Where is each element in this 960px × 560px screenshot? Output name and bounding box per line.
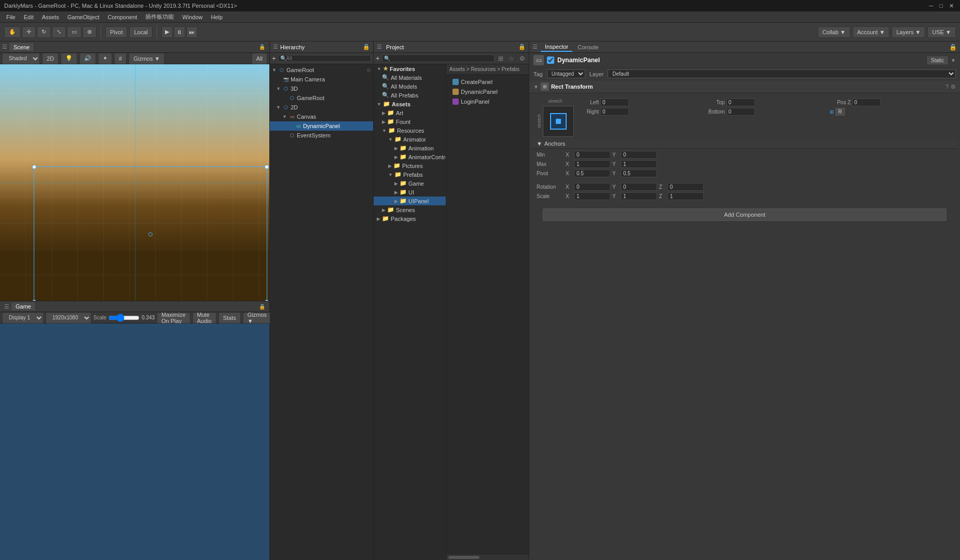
menu-assets[interactable]: Assets [38, 13, 63, 21]
tool-hand[interactable]: ✋ [4, 26, 21, 38]
project-uipanel[interactable]: ▶ 📁 UIPanel [374, 197, 446, 205]
2d-mode-btn[interactable]: 2D [42, 53, 59, 64]
rt-right-input[interactable] [600, 108, 629, 116]
anchor-max-y-input[interactable] [621, 160, 657, 168]
project-art[interactable]: ▶ 📁 Art [374, 108, 446, 117]
scene-fx-btn[interactable]: ✦ [98, 53, 112, 64]
scale-z-input[interactable] [667, 192, 704, 200]
game-gizmos-btn[interactable]: Gizmos ▼ [243, 312, 271, 324]
inspector-enabled-checkbox[interactable] [547, 57, 554, 64]
anchor-pivot-x-input[interactable] [574, 170, 610, 177]
project-settings-icon[interactable]: ⚙ [518, 55, 527, 62]
rt-top-input[interactable] [726, 99, 755, 106]
layer-select[interactable]: Default [608, 69, 956, 78]
account-button[interactable]: Account ▼ [853, 26, 890, 38]
project-fav-materials[interactable]: 🔍 All Materials [374, 73, 446, 82]
layout-button[interactable]: USE ▼ [927, 26, 956, 38]
project-resources[interactable]: ▼ 📁 Resources [374, 126, 446, 135]
menu-plugins[interactable]: 插件板功能 [141, 12, 178, 22]
anchor-max-x-input[interactable] [574, 160, 610, 168]
scene-grid-btn[interactable]: # [114, 53, 127, 64]
rt-anchors-header[interactable]: ▼ Anchors [532, 139, 957, 149]
prefab-loginpanel[interactable]: LoginPanel [449, 97, 526, 106]
hierarchy-item-eventsystem[interactable]: ⬡ EventSystem [270, 131, 373, 140]
hierarchy-search-input[interactable] [286, 55, 369, 61]
pivot-button[interactable]: Pivot [105, 26, 127, 38]
hierarchy-item-maincamera[interactable]: 📷 Main Camera [270, 75, 373, 84]
search-all-btn[interactable]: All [252, 53, 267, 64]
inspector-lock-icon[interactable]: 🔒 [949, 44, 957, 51]
handle-bl[interactable] [32, 300, 36, 301]
rot-x-input[interactable] [574, 183, 610, 191]
menu-edit[interactable]: Edit [20, 13, 38, 21]
hierarchy-settings-icon[interactable]: ⚙ [366, 67, 371, 73]
mute-audio-btn[interactable]: Mute Audio [193, 312, 216, 324]
play-button[interactable]: ▶ [161, 26, 173, 38]
rt-blueprint-icon[interactable]: ⊞ [830, 109, 834, 115]
pause-button[interactable]: ⏸ [174, 26, 185, 38]
add-component-button[interactable]: Add Component [543, 208, 947, 221]
handle-tr[interactable] [265, 165, 269, 169]
tab-inspector[interactable]: Inspector [541, 43, 572, 52]
resolution-select[interactable]: 1920x1080 [46, 312, 91, 324]
project-view-toggle[interactable]: ⊞ [497, 55, 505, 62]
project-game[interactable]: ▶ 📁 Game [374, 179, 446, 188]
hierarchy-item-dynamicpanel[interactable]: ▭ DynamicPanel [270, 121, 373, 131]
inspector-static-dropdown[interactable]: ▼ [951, 58, 956, 63]
tool-multi[interactable]: ⊕ [83, 26, 97, 38]
project-search-input[interactable] [390, 55, 492, 62]
inspector-static-btn[interactable]: Static [927, 57, 948, 64]
rt-posz-input[interactable] [852, 99, 881, 106]
rot-z-input[interactable] [667, 183, 704, 191]
prefab-createpanel[interactable]: CreatePanel [449, 78, 526, 86]
layers-button[interactable]: Layers ▼ [892, 26, 925, 38]
maximize-btn[interactable]: □ [939, 3, 943, 9]
project-prefabs[interactable]: ▼ 📁 Prefabs [374, 170, 446, 179]
tag-select[interactable]: Untagged [547, 69, 585, 78]
project-star-btn[interactable]: ☆ [507, 55, 516, 62]
tab-console[interactable]: Console [573, 43, 602, 51]
project-fav-prefabs[interactable]: 🔍 All Prefabs [374, 91, 446, 100]
local-button[interactable]: Local [129, 26, 152, 38]
handle-tl[interactable] [32, 165, 36, 169]
tool-rotate[interactable]: ↻ [37, 26, 51, 38]
menu-window[interactable]: Window [178, 13, 207, 21]
minimize-btn[interactable]: ─ [929, 3, 934, 9]
menu-file[interactable]: File [2, 13, 20, 21]
close-btn[interactable]: ✕ [949, 3, 954, 9]
rt-stretch-box[interactable] [543, 106, 574, 137]
gizmos-btn[interactable]: Gizmos ▼ [129, 53, 164, 64]
rt-help-icon[interactable]: ? [945, 83, 949, 90]
tab-game[interactable]: Game [11, 302, 36, 311]
hierarchy-add-btn[interactable]: + [272, 54, 276, 62]
maximize-on-play-btn[interactable]: Maximize On Play [157, 312, 190, 324]
scale-slider[interactable] [108, 314, 140, 322]
tool-move[interactable]: ✛ [22, 26, 36, 38]
rect-transform-header[interactable]: ▼ ⊞ Rect Transform ? ⚙ [529, 80, 960, 93]
project-pictures[interactable]: ▶ 📁 Pictures [374, 161, 446, 170]
project-add-btn[interactable]: + [376, 54, 380, 62]
hierarchy-item-3d[interactable]: ▼ ⬡ 3D [270, 84, 373, 93]
menu-gameobject[interactable]: GameObject [63, 13, 104, 21]
handle-br[interactable] [265, 300, 269, 301]
anchor-min-x-input[interactable] [574, 151, 610, 159]
anchor-pivot-y-input[interactable] [621, 170, 657, 177]
hierarchy-item-gameroot2[interactable]: ⬡ GameRoot [270, 93, 373, 103]
project-fav-models[interactable]: 🔍 All Models [374, 82, 446, 91]
project-animator[interactable]: ▼ 📁 Animator [374, 135, 446, 144]
scene-audio-btn[interactable]: 🔊 [79, 53, 96, 64]
collab-button[interactable]: Collab ▼ [818, 26, 851, 38]
hierarchy-item-gameroot[interactable]: ▼ ⬡ GameRoot ⚙ [270, 65, 373, 75]
scene-light-btn[interactable]: 💡 [61, 53, 77, 64]
hierarchy-item-canvas[interactable]: ▼ ▭ Canvas [270, 112, 373, 121]
project-scroll-thumb[interactable] [448, 556, 479, 559]
anchor-min-y-input[interactable] [621, 151, 657, 159]
project-packages[interactable]: ▶ 📁 Packages [374, 214, 446, 223]
step-button[interactable]: ⏭ [186, 26, 198, 38]
project-favorites[interactable]: ▼ ★ Favorites [374, 64, 446, 73]
prefab-dynamicpanel[interactable]: DynamicPanel [449, 88, 526, 96]
project-fount[interactable]: ▶ 📁 Fount [374, 117, 446, 126]
scale-x-input[interactable] [574, 192, 610, 200]
tool-rect[interactable]: ▭ [67, 26, 81, 38]
project-ui[interactable]: ▶ 📁 UI [374, 188, 446, 197]
